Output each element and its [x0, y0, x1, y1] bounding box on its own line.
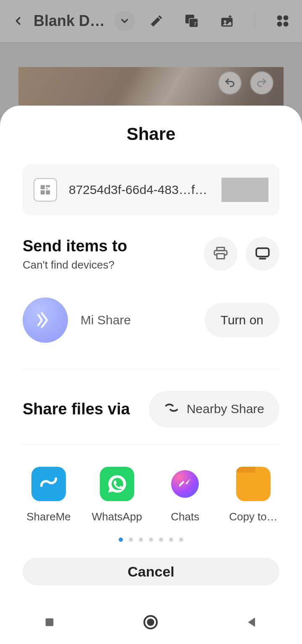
send-items-heading: Send items to: [23, 237, 195, 255]
app-label: ShareMe: [26, 510, 71, 523]
images-text-icon[interactable]: T: [184, 13, 199, 28]
apps-grid-icon[interactable]: [275, 13, 290, 28]
undo-button[interactable]: [218, 71, 242, 95]
recent-apps-button[interactable]: [43, 616, 56, 631]
folder-icon: [236, 467, 271, 501]
app-whatsapp[interactable]: WhatsApp: [85, 467, 149, 523]
app-label: Chats: [171, 510, 199, 523]
messenger-icon: [171, 470, 199, 498]
app-label: WhatsApp: [92, 510, 142, 523]
page-dot: [159, 538, 163, 542]
file-redacted-area: [221, 178, 268, 202]
whatsapp-icon: [100, 467, 134, 501]
page-dot: [129, 538, 133, 542]
shareme-icon: [31, 467, 66, 501]
mi-share-label: Mi Share: [81, 313, 192, 327]
page-dot: [169, 538, 173, 542]
svg-point-6: [284, 16, 289, 21]
svg-point-7: [277, 22, 282, 27]
print-button[interactable]: [204, 237, 237, 271]
svg-point-8: [284, 22, 289, 27]
page-dots: [119, 538, 183, 542]
svg-point-5: [277, 16, 282, 21]
file-card[interactable]: 87254d3f-66d4-483…f8e-8cc485: [23, 164, 279, 215]
svg-rect-10: [46, 185, 50, 187]
system-nav-bar: [0, 602, 302, 644]
app-shareme[interactable]: ShareMe: [17, 467, 81, 523]
turn-on-button[interactable]: Turn on: [205, 303, 279, 337]
printer-icon: [213, 246, 228, 262]
redo-button[interactable]: [250, 71, 273, 95]
nearby-share-icon: [164, 400, 179, 418]
chats-icon-wrap: [168, 467, 202, 501]
monitor-icon: [254, 245, 271, 263]
toolbar-separator: [255, 13, 255, 29]
nearby-share-button[interactable]: Nearby Share: [149, 391, 279, 427]
cast-button[interactable]: [246, 237, 279, 271]
image-sparkle-icon[interactable]: [219, 13, 234, 28]
back-icon[interactable]: [12, 15, 24, 27]
share-sheet: Share 87254d3f-66d4-483…f8e-8cc485 Send …: [0, 106, 302, 602]
svg-rect-13: [46, 190, 50, 194]
cancel-button[interactable]: Cancel: [23, 558, 279, 585]
page-dot: [139, 538, 143, 542]
svg-rect-15: [217, 254, 224, 259]
nearby-share-label: Nearby Share: [187, 402, 264, 416]
svg-rect-9: [41, 185, 45, 189]
file-thumb-icon: [34, 178, 57, 202]
back-button[interactable]: [245, 615, 259, 631]
svg-rect-11: [46, 188, 48, 189]
svg-rect-16: [256, 248, 269, 256]
home-button[interactable]: [142, 614, 159, 632]
file-name: 87254d3f-66d4-483…f8e-8cc485: [69, 183, 210, 197]
top-bar: Blank D… T: [0, 0, 302, 42]
svg-rect-18: [46, 618, 54, 626]
share-via-heading: Share files via: [23, 400, 141, 418]
page-dot: [119, 538, 123, 542]
page-dot: [149, 538, 153, 542]
page-dot: [179, 538, 183, 542]
doc-title: Blank D…: [34, 12, 105, 30]
mi-share-icon: [23, 297, 68, 343]
title-dropdown[interactable]: [114, 10, 135, 31]
svg-rect-12: [41, 190, 45, 194]
apps-grid: ShareMe WhatsApp Chats Copy to…: [17, 467, 285, 523]
svg-point-20: [148, 619, 153, 625]
divider: [23, 369, 279, 369]
divider: [23, 444, 279, 445]
app-copy-to[interactable]: Copy to…: [221, 467, 285, 523]
send-items-subtext[interactable]: Can't find devices?: [23, 259, 195, 272]
sheet-title: Share: [0, 124, 302, 144]
svg-point-4: [224, 21, 226, 23]
app-label: Copy to…: [229, 510, 278, 523]
highlighter-icon[interactable]: [149, 13, 164, 28]
app-chats[interactable]: Chats: [153, 467, 217, 523]
